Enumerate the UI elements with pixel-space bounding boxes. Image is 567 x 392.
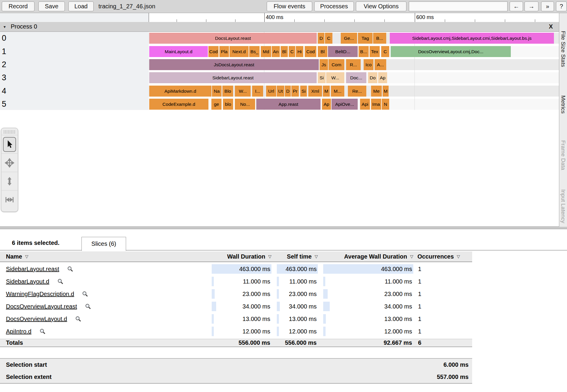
column-header-occurrences[interactable]: Occurrences ▽ bbox=[417, 251, 472, 262]
side-tab-frame-data[interactable]: Frame Data bbox=[560, 140, 566, 170]
trace-slice[interactable]: Ut bbox=[277, 86, 284, 97]
trace-slice[interactable]: C bbox=[325, 33, 332, 44]
magnifier-icon[interactable] bbox=[75, 316, 81, 322]
trace-slice[interactable]: B... bbox=[359, 46, 369, 57]
trace-slice[interactable]: Ima bbox=[371, 99, 381, 110]
trace-slice[interactable]: Si bbox=[318, 72, 326, 83]
trace-slice[interactable]: Next.d bbox=[230, 46, 249, 57]
trace-slice[interactable]: Cod bbox=[208, 46, 219, 57]
load-button[interactable]: Load bbox=[68, 1, 94, 11]
trace-slice[interactable]: M bbox=[323, 86, 330, 97]
trace-slice[interactable]: A... bbox=[375, 59, 386, 70]
slice-name-link[interactable]: SidebarLayout.d bbox=[6, 278, 49, 285]
pan-tool-button[interactable] bbox=[1, 153, 18, 172]
trace-slice[interactable]: Tag bbox=[358, 33, 373, 44]
trace-slice[interactable]: Com bbox=[329, 59, 344, 70]
trace-slice[interactable]: An bbox=[272, 46, 280, 57]
side-tab-file-size-stats[interactable]: File Size Stats bbox=[560, 31, 566, 67]
column-header-average-wall-duration[interactable]: Average Wall Duration ▽ bbox=[323, 251, 413, 262]
trace-slice[interactable]: Doc... bbox=[346, 72, 366, 83]
view-options-button[interactable]: View Options bbox=[356, 1, 406, 11]
trace-slice[interactable]: D bbox=[285, 86, 291, 97]
zoom-tool-button[interactable] bbox=[1, 172, 18, 190]
slice-name-link[interactable]: DocsOverviewLayout.reast bbox=[6, 303, 77, 310]
help-button[interactable]: ? bbox=[556, 1, 567, 11]
more-options-button[interactable]: » bbox=[541, 1, 554, 11]
process-header[interactable]: ▾ Process 0 X bbox=[0, 22, 559, 32]
trace-slice[interactable]: Url bbox=[266, 86, 276, 97]
trace-slice[interactable]: Xml bbox=[308, 86, 322, 97]
trace-slice[interactable]: M bbox=[383, 86, 389, 97]
flow-events-button[interactable]: Flow events bbox=[267, 1, 312, 11]
trace-slice[interactable]: Ge... bbox=[341, 33, 357, 44]
trace-slice[interactable]: R... bbox=[346, 59, 361, 70]
trace-slice[interactable]: Ap bbox=[322, 99, 331, 110]
column-header-wall-duration[interactable]: Wall Duration ▽ bbox=[212, 251, 271, 262]
trace-slice[interactable]: W... bbox=[326, 72, 344, 83]
trace-slice[interactable]: ApiMarkdown.d bbox=[149, 86, 211, 97]
collapse-arrow-icon[interactable]: ▾ bbox=[4, 24, 6, 29]
trace-slice[interactable]: DocsOverviewLayout.cmj,Doc... bbox=[391, 46, 511, 57]
trace-slice[interactable]: JsDocsLayout.reast bbox=[149, 59, 319, 70]
trace-slice[interactable]: Pla bbox=[219, 46, 229, 57]
find-next-button[interactable]: → bbox=[524, 1, 538, 11]
palette-grip[interactable] bbox=[3, 130, 16, 134]
trace-slice[interactable]: App.reast bbox=[256, 99, 321, 110]
trace-slice[interactable]: N bbox=[382, 99, 389, 110]
trace-slice[interactable]: Me bbox=[371, 86, 382, 97]
magnifier-icon[interactable] bbox=[82, 291, 88, 297]
trace-slice[interactable]: CodeExample.d bbox=[149, 99, 208, 110]
trace-slice[interactable]: Tex bbox=[370, 46, 380, 57]
trace-slice[interactable]: Re... bbox=[348, 86, 366, 97]
side-tab-input-latency[interactable]: Input Latency bbox=[560, 189, 566, 223]
trace-slice[interactable]: ApiOve... bbox=[332, 99, 358, 110]
panel-splitter[interactable] bbox=[0, 226, 567, 229]
trace-slice[interactable]: Bl bbox=[281, 46, 288, 57]
trace-slice[interactable]: Si bbox=[300, 86, 307, 97]
slice-name-link[interactable]: ApiIntro.d bbox=[6, 328, 32, 335]
timing-tool-button[interactable] bbox=[1, 190, 18, 209]
trace-slice[interactable]: blo bbox=[223, 99, 233, 110]
column-header-self-time[interactable]: Self time ▽ bbox=[277, 251, 318, 262]
trace-slice[interactable]: SidebarLayout.cmj,SidebarLayout.cmi,Side… bbox=[390, 33, 554, 44]
trace-slice[interactable]: ge bbox=[211, 99, 222, 110]
trace-slice[interactable]: Do bbox=[368, 72, 377, 83]
trace-slice[interactable]: No... bbox=[235, 99, 255, 110]
trace-slice[interactable]: C bbox=[381, 46, 389, 57]
magnifier-icon[interactable] bbox=[85, 303, 91, 310]
column-header-name[interactable]: Name ▽ bbox=[6, 251, 95, 262]
trace-slice[interactable]: C bbox=[289, 46, 295, 57]
trace-slice[interactable]: I... bbox=[252, 86, 263, 97]
side-tab-metrics[interactable]: Metrics bbox=[560, 95, 566, 114]
trace-slice[interactable]: DocsLayout.reast bbox=[149, 33, 317, 44]
tab-slices[interactable]: Slices (6) bbox=[81, 237, 126, 251]
find-previous-button[interactable]: ← bbox=[510, 1, 523, 11]
trace-slice[interactable]: MainLayout.d bbox=[149, 46, 208, 57]
slice-name-link[interactable]: DocsOverviewLayout.d bbox=[6, 316, 67, 322]
slice-name-link[interactable]: SidebarLayout.reast bbox=[6, 266, 59, 273]
trace-slice[interactable]: Api bbox=[360, 99, 370, 110]
trace-slice[interactable]: Hi bbox=[296, 46, 303, 57]
trace-slice[interactable]: M... bbox=[331, 86, 344, 97]
magnifier-icon[interactable] bbox=[57, 278, 64, 285]
record-button[interactable]: Record bbox=[2, 1, 34, 11]
search-input[interactable] bbox=[409, 1, 508, 11]
trace-slice[interactable]: Bl bbox=[318, 46, 327, 57]
close-process-button[interactable]: X bbox=[549, 23, 553, 30]
trace-slice[interactable]: Pr bbox=[291, 86, 299, 97]
trace-slice[interactable]: Cod bbox=[305, 46, 316, 57]
magnifier-icon[interactable] bbox=[39, 328, 46, 335]
trace-slice[interactable]: BeltD... bbox=[328, 46, 358, 57]
trace-slice[interactable]: Ap bbox=[378, 72, 387, 83]
selection-tool-button[interactable] bbox=[1, 135, 18, 153]
trace-slice[interactable]: D bbox=[318, 33, 324, 44]
trace-slice[interactable]: Blo bbox=[222, 86, 233, 97]
trace-slice[interactable]: SidebarLayout.reast bbox=[149, 72, 317, 83]
trace-slice[interactable]: Js bbox=[320, 59, 328, 70]
trace-slice[interactable]: Ico bbox=[364, 59, 373, 70]
save-button[interactable]: Save bbox=[38, 1, 65, 11]
slice-name-link[interactable]: WarningFlagDescription.d bbox=[6, 291, 74, 297]
trace-slice[interactable]: Na bbox=[212, 86, 222, 97]
trace-slice[interactable]: W... bbox=[235, 86, 251, 97]
trace-slice[interactable]: Bs_ bbox=[249, 46, 260, 57]
